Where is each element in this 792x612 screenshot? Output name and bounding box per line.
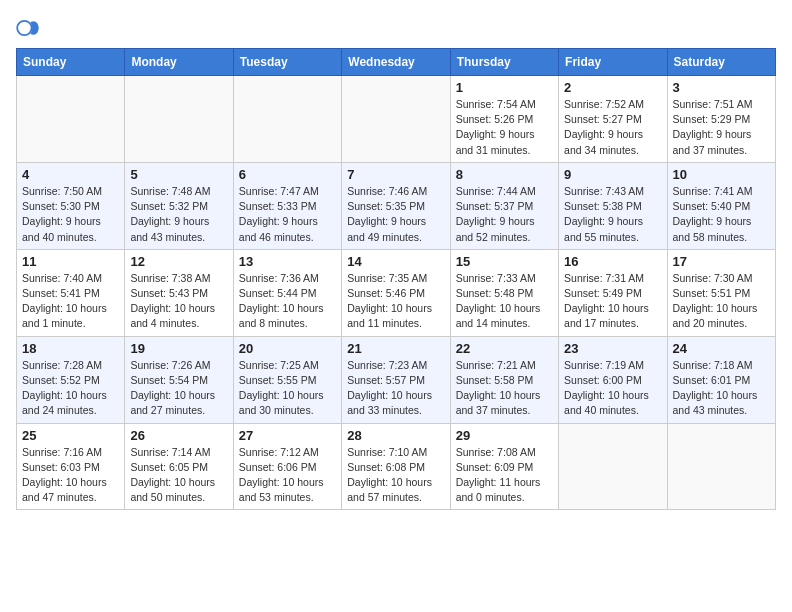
calendar-cell: 16Sunrise: 7:31 AM Sunset: 5:49 PM Dayli… [559, 249, 667, 336]
day-number: 21 [347, 341, 444, 356]
calendar-cell: 28Sunrise: 7:10 AM Sunset: 6:08 PM Dayli… [342, 423, 450, 510]
day-of-week-header: Tuesday [233, 49, 341, 76]
calendar-cell: 11Sunrise: 7:40 AM Sunset: 5:41 PM Dayli… [17, 249, 125, 336]
svg-point-0 [17, 21, 31, 35]
day-number: 24 [673, 341, 770, 356]
calendar-cell: 2Sunrise: 7:52 AM Sunset: 5:27 PM Daylig… [559, 76, 667, 163]
calendar-week-row: 25Sunrise: 7:16 AM Sunset: 6:03 PM Dayli… [17, 423, 776, 510]
calendar-cell: 7Sunrise: 7:46 AM Sunset: 5:35 PM Daylig… [342, 162, 450, 249]
day-info: Sunrise: 7:54 AM Sunset: 5:26 PM Dayligh… [456, 97, 553, 158]
day-of-week-header: Sunday [17, 49, 125, 76]
day-number: 16 [564, 254, 661, 269]
calendar-cell: 18Sunrise: 7:28 AM Sunset: 5:52 PM Dayli… [17, 336, 125, 423]
day-info: Sunrise: 7:38 AM Sunset: 5:43 PM Dayligh… [130, 271, 227, 332]
day-number: 14 [347, 254, 444, 269]
day-info: Sunrise: 7:36 AM Sunset: 5:44 PM Dayligh… [239, 271, 336, 332]
day-number: 7 [347, 167, 444, 182]
day-number: 5 [130, 167, 227, 182]
calendar-cell: 4Sunrise: 7:50 AM Sunset: 5:30 PM Daylig… [17, 162, 125, 249]
calendar-cell: 21Sunrise: 7:23 AM Sunset: 5:57 PM Dayli… [342, 336, 450, 423]
day-number: 22 [456, 341, 553, 356]
calendar-week-row: 1Sunrise: 7:54 AM Sunset: 5:26 PM Daylig… [17, 76, 776, 163]
day-number: 8 [456, 167, 553, 182]
day-info: Sunrise: 7:33 AM Sunset: 5:48 PM Dayligh… [456, 271, 553, 332]
calendar-cell [559, 423, 667, 510]
day-number: 19 [130, 341, 227, 356]
calendar-cell: 12Sunrise: 7:38 AM Sunset: 5:43 PM Dayli… [125, 249, 233, 336]
calendar-week-row: 18Sunrise: 7:28 AM Sunset: 5:52 PM Dayli… [17, 336, 776, 423]
calendar-cell: 24Sunrise: 7:18 AM Sunset: 6:01 PM Dayli… [667, 336, 775, 423]
day-number: 17 [673, 254, 770, 269]
day-info: Sunrise: 7:23 AM Sunset: 5:57 PM Dayligh… [347, 358, 444, 419]
day-of-week-header: Thursday [450, 49, 558, 76]
day-number: 28 [347, 428, 444, 443]
day-info: Sunrise: 7:21 AM Sunset: 5:58 PM Dayligh… [456, 358, 553, 419]
day-info: Sunrise: 7:51 AM Sunset: 5:29 PM Dayligh… [673, 97, 770, 158]
page-header [16, 16, 776, 40]
logo-icon [16, 16, 40, 40]
calendar-cell: 23Sunrise: 7:19 AM Sunset: 6:00 PM Dayli… [559, 336, 667, 423]
day-info: Sunrise: 7:26 AM Sunset: 5:54 PM Dayligh… [130, 358, 227, 419]
day-number: 13 [239, 254, 336, 269]
calendar-cell [17, 76, 125, 163]
day-info: Sunrise: 7:10 AM Sunset: 6:08 PM Dayligh… [347, 445, 444, 506]
day-info: Sunrise: 7:35 AM Sunset: 5:46 PM Dayligh… [347, 271, 444, 332]
calendar-header-row: SundayMondayTuesdayWednesdayThursdayFrid… [17, 49, 776, 76]
day-number: 26 [130, 428, 227, 443]
calendar-cell: 10Sunrise: 7:41 AM Sunset: 5:40 PM Dayli… [667, 162, 775, 249]
day-info: Sunrise: 7:44 AM Sunset: 5:37 PM Dayligh… [456, 184, 553, 245]
calendar-table: SundayMondayTuesdayWednesdayThursdayFrid… [16, 48, 776, 510]
calendar-cell: 19Sunrise: 7:26 AM Sunset: 5:54 PM Dayli… [125, 336, 233, 423]
day-info: Sunrise: 7:47 AM Sunset: 5:33 PM Dayligh… [239, 184, 336, 245]
calendar-cell: 29Sunrise: 7:08 AM Sunset: 6:09 PM Dayli… [450, 423, 558, 510]
calendar-cell: 6Sunrise: 7:47 AM Sunset: 5:33 PM Daylig… [233, 162, 341, 249]
calendar-cell: 26Sunrise: 7:14 AM Sunset: 6:05 PM Dayli… [125, 423, 233, 510]
day-info: Sunrise: 7:25 AM Sunset: 5:55 PM Dayligh… [239, 358, 336, 419]
calendar-cell: 20Sunrise: 7:25 AM Sunset: 5:55 PM Dayli… [233, 336, 341, 423]
calendar-cell [342, 76, 450, 163]
day-number: 23 [564, 341, 661, 356]
day-info: Sunrise: 7:43 AM Sunset: 5:38 PM Dayligh… [564, 184, 661, 245]
day-info: Sunrise: 7:08 AM Sunset: 6:09 PM Dayligh… [456, 445, 553, 506]
calendar-week-row: 11Sunrise: 7:40 AM Sunset: 5:41 PM Dayli… [17, 249, 776, 336]
calendar-cell: 3Sunrise: 7:51 AM Sunset: 5:29 PM Daylig… [667, 76, 775, 163]
logo [16, 16, 44, 40]
day-number: 11 [22, 254, 119, 269]
calendar-cell: 22Sunrise: 7:21 AM Sunset: 5:58 PM Dayli… [450, 336, 558, 423]
day-number: 18 [22, 341, 119, 356]
day-info: Sunrise: 7:46 AM Sunset: 5:35 PM Dayligh… [347, 184, 444, 245]
day-info: Sunrise: 7:16 AM Sunset: 6:03 PM Dayligh… [22, 445, 119, 506]
day-info: Sunrise: 7:12 AM Sunset: 6:06 PM Dayligh… [239, 445, 336, 506]
day-number: 15 [456, 254, 553, 269]
day-number: 29 [456, 428, 553, 443]
calendar-cell [233, 76, 341, 163]
day-info: Sunrise: 7:50 AM Sunset: 5:30 PM Dayligh… [22, 184, 119, 245]
calendar-cell: 8Sunrise: 7:44 AM Sunset: 5:37 PM Daylig… [450, 162, 558, 249]
day-info: Sunrise: 7:41 AM Sunset: 5:40 PM Dayligh… [673, 184, 770, 245]
day-number: 9 [564, 167, 661, 182]
calendar-week-row: 4Sunrise: 7:50 AM Sunset: 5:30 PM Daylig… [17, 162, 776, 249]
day-info: Sunrise: 7:19 AM Sunset: 6:00 PM Dayligh… [564, 358, 661, 419]
day-info: Sunrise: 7:18 AM Sunset: 6:01 PM Dayligh… [673, 358, 770, 419]
calendar-cell: 25Sunrise: 7:16 AM Sunset: 6:03 PM Dayli… [17, 423, 125, 510]
day-number: 12 [130, 254, 227, 269]
day-info: Sunrise: 7:52 AM Sunset: 5:27 PM Dayligh… [564, 97, 661, 158]
day-info: Sunrise: 7:40 AM Sunset: 5:41 PM Dayligh… [22, 271, 119, 332]
calendar-cell: 9Sunrise: 7:43 AM Sunset: 5:38 PM Daylig… [559, 162, 667, 249]
day-info: Sunrise: 7:14 AM Sunset: 6:05 PM Dayligh… [130, 445, 227, 506]
calendar-cell: 1Sunrise: 7:54 AM Sunset: 5:26 PM Daylig… [450, 76, 558, 163]
day-of-week-header: Friday [559, 49, 667, 76]
day-number: 2 [564, 80, 661, 95]
day-info: Sunrise: 7:30 AM Sunset: 5:51 PM Dayligh… [673, 271, 770, 332]
calendar-cell: 15Sunrise: 7:33 AM Sunset: 5:48 PM Dayli… [450, 249, 558, 336]
calendar-cell: 17Sunrise: 7:30 AM Sunset: 5:51 PM Dayli… [667, 249, 775, 336]
day-info: Sunrise: 7:31 AM Sunset: 5:49 PM Dayligh… [564, 271, 661, 332]
day-info: Sunrise: 7:48 AM Sunset: 5:32 PM Dayligh… [130, 184, 227, 245]
calendar-cell: 14Sunrise: 7:35 AM Sunset: 5:46 PM Dayli… [342, 249, 450, 336]
day-number: 27 [239, 428, 336, 443]
calendar-cell: 13Sunrise: 7:36 AM Sunset: 5:44 PM Dayli… [233, 249, 341, 336]
calendar-cell [125, 76, 233, 163]
day-number: 25 [22, 428, 119, 443]
calendar-cell [667, 423, 775, 510]
day-number: 20 [239, 341, 336, 356]
